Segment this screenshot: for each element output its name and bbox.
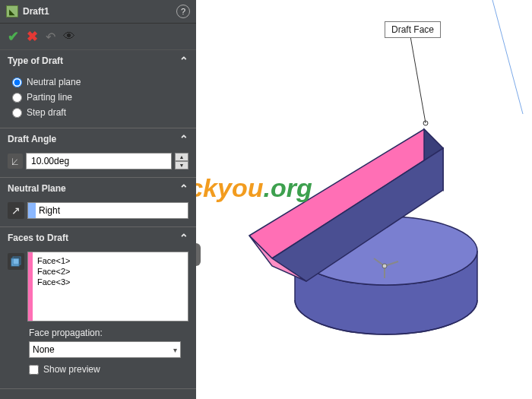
faces-selection-icon: [8, 253, 24, 270]
draft-angle-input[interactable]: [26, 153, 172, 169]
section-neutral-plane: Neutral Plane ⌃ ↗ Right: [0, 178, 196, 227]
list-item[interactable]: Face<3>: [36, 277, 185, 287]
help-icon[interactable]: ?: [176, 5, 190, 18]
angle-header-label: Draft Angle: [8, 134, 56, 144]
radio-neutral-input[interactable]: [12, 78, 22, 87]
radio-step-draft[interactable]: Step draft: [8, 105, 188, 120]
plane-header-label: Neutral Plane: [8, 183, 66, 194]
section-type-of-draft: Type of Draft ⌃ Neutral plane Parting li…: [0, 50, 196, 128]
chevron-up-icon: ⌃: [179, 232, 188, 244]
reverse-direction-icon[interactable]: ↗: [8, 202, 24, 219]
radio-parting-label: Parting line: [27, 92, 72, 103]
angle-spinner: ▲ ▼: [175, 153, 188, 169]
draft-feature-icon: ◣: [6, 5, 18, 17]
property-panel: ◣ Draft1 ? ✔ ✖ ↶ 👁 Type of Draft ⌃ Neutr…: [0, 0, 196, 399]
angle-icon: ⟀: [8, 154, 23, 169]
propagation-select[interactable]: None ▾: [29, 341, 181, 358]
section-header-angle[interactable]: Draft Angle ⌃: [0, 128, 196, 150]
angle-spin-down[interactable]: ▼: [175, 161, 188, 169]
ok-button[interactable]: ✔: [8, 28, 19, 45]
preview-eye-icon[interactable]: 👁: [63, 30, 75, 43]
chevron-up-icon: ⌃: [179, 182, 188, 195]
callout-leader: [410, 36, 426, 123]
chevron-down-icon: ▾: [173, 346, 177, 354]
viewport-3d[interactable]: Draft Face luckyou.org: [196, 0, 532, 399]
svg-point-5: [382, 264, 387, 268]
angle-spin-up[interactable]: ▲: [175, 153, 188, 161]
undo-button[interactable]: ↶: [46, 30, 55, 44]
axis-line: [492, 0, 523, 114]
section-draft-angle: Draft Angle ⌃ ⟀ ▲ ▼: [0, 128, 196, 178]
neutral-plane-field[interactable]: Right: [27, 202, 188, 219]
faces-header-label: Faces to Draft: [8, 233, 68, 243]
type-header-label: Type of Draft: [8, 55, 63, 66]
section-faces-to-draft: Faces to Draft ⌃ Face<1> Face<2> Face<3>…: [0, 227, 196, 389]
feature-header: ◣ Draft1 ?: [0, 0, 196, 24]
list-item[interactable]: Face<1>: [36, 255, 185, 266]
section-header-faces[interactable]: Faces to Draft ⌃: [0, 227, 196, 249]
radio-step-label: Step draft: [27, 107, 66, 118]
propagation-value: None: [33, 344, 55, 355]
faces-list[interactable]: Face<1> Face<2> Face<3>: [27, 252, 188, 321]
list-item[interactable]: Face<2>: [36, 266, 185, 277]
feature-title: Draft1: [23, 6, 176, 17]
propagation-label: Face propagation:: [8, 321, 188, 341]
radio-parting-line[interactable]: Parting line: [8, 90, 188, 105]
chevron-up-icon: ⌃: [179, 133, 188, 145]
neutral-plane-value: Right: [36, 203, 63, 218]
cancel-button[interactable]: ✖: [27, 28, 38, 45]
radio-step-input[interactable]: [12, 108, 22, 118]
section-header-type[interactable]: Type of Draft ⌃: [0, 50, 196, 71]
show-preview-checkbox[interactable]: [29, 365, 39, 375]
action-row: ✔ ✖ ↶ 👁: [0, 24, 196, 50]
radio-parting-input[interactable]: [12, 93, 22, 103]
chevron-up-icon: ⌃: [179, 55, 188, 67]
draft-face-callout[interactable]: Draft Face: [385, 21, 441, 38]
selection-highlight: [28, 203, 36, 218]
model-svg: [196, 0, 532, 399]
show-preview-row[interactable]: Show preview: [8, 358, 188, 381]
radio-neutral-plane[interactable]: Neutral plane: [8, 74, 188, 90]
radio-neutral-label: Neutral plane: [27, 77, 81, 87]
show-preview-label: Show preview: [43, 364, 100, 375]
section-header-plane[interactable]: Neutral Plane ⌃: [0, 178, 196, 199]
